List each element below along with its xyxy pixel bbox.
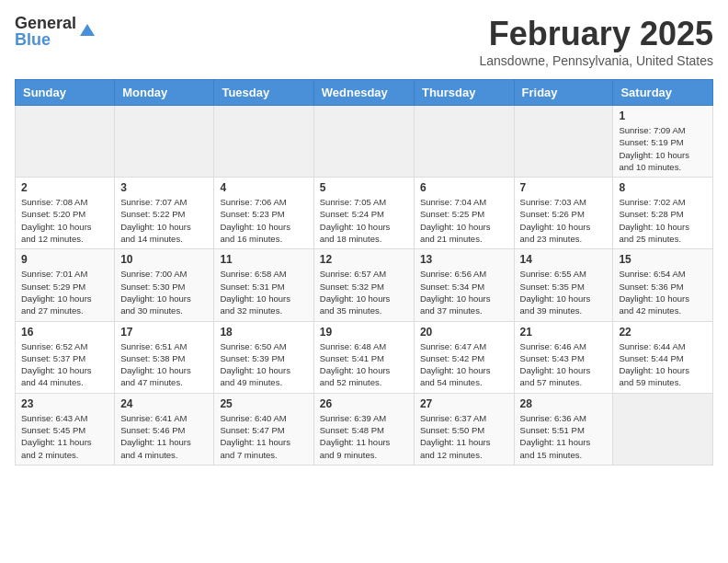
location: Lansdowne, Pennsylvania, United States bbox=[480, 53, 714, 68]
logo-blue-text: Blue bbox=[15, 31, 76, 48]
day-info: Sunrise: 6:40 AM Sunset: 5:47 PM Dayligh… bbox=[220, 412, 307, 461]
calendar-week-row: 1Sunrise: 7:09 AM Sunset: 5:19 PM Daylig… bbox=[16, 106, 713, 178]
day-info: Sunrise: 7:00 AM Sunset: 5:30 PM Dayligh… bbox=[120, 268, 208, 316]
day-number: 9 bbox=[21, 253, 108, 266]
day-info: Sunrise: 6:55 AM Sunset: 5:35 PM Dayligh… bbox=[520, 268, 608, 316]
calendar-cell: 21Sunrise: 6:46 AM Sunset: 5:43 PM Dayli… bbox=[514, 321, 613, 393]
calendar-cell: 5Sunrise: 7:05 AM Sunset: 5:24 PM Daylig… bbox=[313, 178, 414, 249]
calendar-week-row: 9Sunrise: 7:01 AM Sunset: 5:29 PM Daylig… bbox=[16, 249, 713, 321]
calendar-header-friday: Friday bbox=[514, 80, 613, 106]
calendar-cell: 27Sunrise: 6:37 AM Sunset: 5:50 PM Dayli… bbox=[414, 393, 514, 465]
day-number: 12 bbox=[320, 253, 408, 266]
calendar-week-row: 23Sunrise: 6:43 AM Sunset: 5:45 PM Dayli… bbox=[16, 393, 713, 465]
calendar-cell bbox=[214, 106, 313, 178]
day-info: Sunrise: 6:43 AM Sunset: 5:45 PM Dayligh… bbox=[21, 412, 108, 461]
calendar-cell: 2Sunrise: 7:08 AM Sunset: 5:20 PM Daylig… bbox=[16, 178, 115, 249]
calendar-cell bbox=[414, 106, 514, 178]
day-number: 24 bbox=[120, 397, 208, 410]
calendar-header-wednesday: Wednesday bbox=[313, 80, 414, 106]
day-info: Sunrise: 6:41 AM Sunset: 5:46 PM Dayligh… bbox=[120, 412, 208, 461]
day-number: 15 bbox=[619, 253, 707, 266]
calendar-cell: 3Sunrise: 7:07 AM Sunset: 5:22 PM Daylig… bbox=[115, 178, 214, 249]
calendar-cell: 23Sunrise: 6:43 AM Sunset: 5:45 PM Dayli… bbox=[16, 393, 115, 465]
logo-general-text: General bbox=[15, 15, 76, 31]
day-info: Sunrise: 7:07 AM Sunset: 5:22 PM Dayligh… bbox=[120, 196, 208, 245]
calendar-cell: 15Sunrise: 6:54 AM Sunset: 5:36 PM Dayli… bbox=[613, 249, 713, 321]
day-info: Sunrise: 6:54 AM Sunset: 5:36 PM Dayligh… bbox=[619, 268, 707, 316]
day-info: Sunrise: 7:04 AM Sunset: 5:25 PM Dayligh… bbox=[420, 196, 508, 245]
calendar-cell bbox=[313, 106, 414, 178]
calendar-cell: 25Sunrise: 6:40 AM Sunset: 5:47 PM Dayli… bbox=[214, 393, 313, 465]
calendar-week-row: 16Sunrise: 6:52 AM Sunset: 5:37 PM Dayli… bbox=[16, 321, 713, 393]
day-number: 16 bbox=[21, 326, 108, 339]
calendar-cell: 16Sunrise: 6:52 AM Sunset: 5:37 PM Dayli… bbox=[16, 321, 115, 393]
calendar-cell: 11Sunrise: 6:58 AM Sunset: 5:31 PM Dayli… bbox=[214, 249, 313, 321]
calendar-header-tuesday: Tuesday bbox=[214, 80, 313, 106]
day-number: 17 bbox=[120, 326, 208, 339]
calendar-cell: 7Sunrise: 7:03 AM Sunset: 5:26 PM Daylig… bbox=[514, 178, 613, 249]
day-info: Sunrise: 6:36 AM Sunset: 5:51 PM Dayligh… bbox=[520, 412, 608, 461]
calendar-cell: 13Sunrise: 6:56 AM Sunset: 5:34 PM Dayli… bbox=[414, 249, 514, 321]
calendar-cell: 24Sunrise: 6:41 AM Sunset: 5:46 PM Dayli… bbox=[115, 393, 214, 465]
calendar-cell: 9Sunrise: 7:01 AM Sunset: 5:29 PM Daylig… bbox=[16, 249, 115, 321]
title-area: February 2025 Lansdowne, Pennsylvania, U… bbox=[480, 15, 714, 68]
month-title: February 2025 bbox=[480, 15, 714, 53]
day-info: Sunrise: 7:02 AM Sunset: 5:28 PM Dayligh… bbox=[619, 196, 707, 245]
day-number: 23 bbox=[21, 397, 108, 410]
calendar-cell: 18Sunrise: 6:50 AM Sunset: 5:39 PM Dayli… bbox=[214, 321, 313, 393]
calendar-cell bbox=[514, 106, 613, 178]
calendar-cell: 14Sunrise: 6:55 AM Sunset: 5:35 PM Dayli… bbox=[514, 249, 613, 321]
day-info: Sunrise: 6:47 AM Sunset: 5:42 PM Dayligh… bbox=[420, 340, 508, 389]
calendar-cell: 1Sunrise: 7:09 AM Sunset: 5:19 PM Daylig… bbox=[613, 106, 713, 178]
header: General Blue February 2025 Lansdowne, Pe… bbox=[15, 15, 713, 68]
day-number: 13 bbox=[420, 253, 508, 266]
day-info: Sunrise: 7:05 AM Sunset: 5:24 PM Dayligh… bbox=[320, 196, 408, 245]
day-info: Sunrise: 6:46 AM Sunset: 5:43 PM Dayligh… bbox=[520, 340, 608, 389]
calendar-cell: 28Sunrise: 6:36 AM Sunset: 5:51 PM Dayli… bbox=[514, 393, 613, 465]
day-info: Sunrise: 6:58 AM Sunset: 5:31 PM Dayligh… bbox=[220, 268, 307, 316]
day-number: 7 bbox=[520, 181, 608, 194]
day-info: Sunrise: 6:39 AM Sunset: 5:48 PM Dayligh… bbox=[320, 412, 408, 461]
calendar-header-monday: Monday bbox=[115, 80, 214, 106]
day-info: Sunrise: 7:06 AM Sunset: 5:23 PM Dayligh… bbox=[220, 196, 307, 245]
day-info: Sunrise: 7:09 AM Sunset: 5:19 PM Dayligh… bbox=[619, 124, 707, 173]
day-number: 3 bbox=[120, 181, 208, 194]
logo: General Blue bbox=[15, 15, 97, 48]
day-info: Sunrise: 6:48 AM Sunset: 5:41 PM Dayligh… bbox=[320, 340, 408, 389]
calendar-cell: 10Sunrise: 7:00 AM Sunset: 5:30 PM Dayli… bbox=[115, 249, 214, 321]
day-number: 25 bbox=[220, 397, 307, 410]
calendar-cell bbox=[16, 106, 115, 178]
day-number: 1 bbox=[619, 109, 707, 122]
calendar-header-saturday: Saturday bbox=[613, 80, 713, 106]
day-number: 14 bbox=[520, 253, 608, 266]
calendar-cell: 8Sunrise: 7:02 AM Sunset: 5:28 PM Daylig… bbox=[613, 178, 713, 249]
day-info: Sunrise: 7:03 AM Sunset: 5:26 PM Dayligh… bbox=[520, 196, 608, 245]
day-info: Sunrise: 7:08 AM Sunset: 5:20 PM Dayligh… bbox=[21, 196, 108, 245]
day-info: Sunrise: 6:52 AM Sunset: 5:37 PM Dayligh… bbox=[21, 340, 108, 389]
calendar-cell: 6Sunrise: 7:04 AM Sunset: 5:25 PM Daylig… bbox=[414, 178, 514, 249]
day-number: 28 bbox=[520, 397, 608, 410]
day-info: Sunrise: 6:51 AM Sunset: 5:38 PM Dayligh… bbox=[120, 340, 208, 389]
svg-marker-0 bbox=[80, 24, 95, 36]
calendar-cell: 4Sunrise: 7:06 AM Sunset: 5:23 PM Daylig… bbox=[214, 178, 313, 249]
day-info: Sunrise: 6:56 AM Sunset: 5:34 PM Dayligh… bbox=[420, 268, 508, 316]
day-number: 11 bbox=[220, 253, 307, 266]
calendar-cell: 17Sunrise: 6:51 AM Sunset: 5:38 PM Dayli… bbox=[115, 321, 214, 393]
day-number: 21 bbox=[520, 326, 608, 339]
logo-icon bbox=[78, 22, 97, 40]
calendar-header-thursday: Thursday bbox=[414, 80, 514, 106]
calendar-week-row: 2Sunrise: 7:08 AM Sunset: 5:20 PM Daylig… bbox=[16, 178, 713, 249]
calendar-cell bbox=[115, 106, 214, 178]
day-number: 18 bbox=[220, 326, 307, 339]
day-info: Sunrise: 6:37 AM Sunset: 5:50 PM Dayligh… bbox=[420, 412, 508, 461]
calendar-cell: 26Sunrise: 6:39 AM Sunset: 5:48 PM Dayli… bbox=[313, 393, 414, 465]
day-number: 2 bbox=[21, 181, 108, 194]
calendar-cell: 19Sunrise: 6:48 AM Sunset: 5:41 PM Dayli… bbox=[313, 321, 414, 393]
day-number: 22 bbox=[619, 326, 707, 339]
day-info: Sunrise: 6:50 AM Sunset: 5:39 PM Dayligh… bbox=[220, 340, 307, 389]
day-number: 27 bbox=[420, 397, 508, 410]
day-number: 20 bbox=[420, 326, 508, 339]
day-info: Sunrise: 7:01 AM Sunset: 5:29 PM Dayligh… bbox=[21, 268, 108, 316]
calendar-cell: 22Sunrise: 6:44 AM Sunset: 5:44 PM Dayli… bbox=[613, 321, 713, 393]
day-number: 10 bbox=[120, 253, 208, 266]
